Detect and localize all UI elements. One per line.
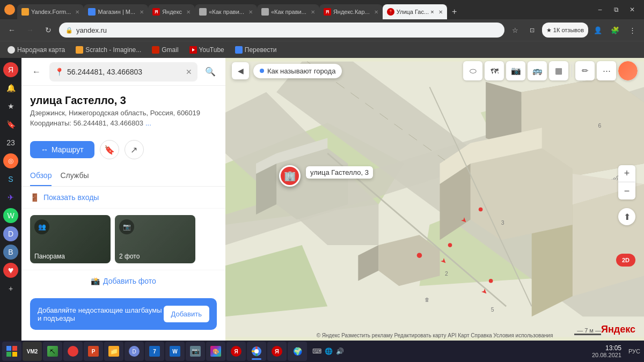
route-button[interactable]: ↔ Маршрут	[30, 141, 94, 158]
map-tool-ruler[interactable]: ✏	[575, 61, 595, 80]
sys-icon-network[interactable]: 🌐	[325, 348, 333, 355]
taskbar-time-display[interactable]: 13:05 20.08.2021	[592, 344, 626, 358]
sys-icon-keyboard[interactable]: ⌨	[312, 348, 321, 355]
tab-close[interactable]: ✕	[140, 9, 144, 15]
tab-kak-pravi-2[interactable]: «Как прави... ✕	[257, 4, 319, 19]
map-tool-transit[interactable]: 🚌	[528, 61, 547, 80]
tab-yandex[interactable]: Я Яндекс ✕	[148, 4, 195, 19]
add-barrier-button[interactable]: Добавить	[164, 306, 209, 322]
taskbar-discord[interactable]: D	[125, 342, 144, 361]
map-area[interactable]: ул. Гастелло Уп. Гастелло Уп. Гастелло	[225, 58, 644, 341]
profile-icon[interactable]	[4, 4, 15, 15]
tab-kak-pravi-1[interactable]: «Как прави... ✕	[195, 4, 257, 19]
bookmark-scratch[interactable]: Scratch - Imagine...	[72, 45, 144, 55]
bookmark-narodnaya-karta[interactable]: Народная карта	[4, 45, 68, 55]
tab-close[interactable]: ✕	[186, 9, 191, 15]
ext-icon-star[interactable]: ★	[3, 99, 18, 114]
tab-close[interactable]: ✕	[311, 9, 315, 15]
ext-icon-orange[interactable]: ◎	[3, 153, 18, 168]
place-info: улица Гастелло, 3 Дзержинск, Нижегородск…	[21, 86, 225, 136]
search-clear-button[interactable]: ✕	[186, 68, 192, 76]
map-2d-button[interactable]: 2D	[616, 254, 635, 267]
tab-close[interactable]: ✕	[75, 9, 79, 15]
share-button[interactable]: ↗	[125, 140, 144, 159]
map-location-marker[interactable]: 🏢 улица Гастелло, 3	[279, 165, 301, 187]
tab-services[interactable]: Службы	[60, 166, 89, 186]
address-bar[interactable]: 🔒 yandex.ru	[59, 23, 504, 38]
collapse-sidebar-button[interactable]: ◀	[232, 62, 249, 79]
menu-button[interactable]: ⋮	[625, 23, 640, 38]
map-tool-grid[interactable]: ▦	[549, 61, 568, 80]
taskbar-files[interactable]: 📁	[104, 342, 123, 361]
taskbar-paint[interactable]: 🎨	[206, 342, 225, 361]
bookmark-gmail[interactable]: Gmail	[149, 45, 181, 55]
ext-icon-heart[interactable]: ♥	[3, 263, 18, 278]
map-user-avatar[interactable]	[618, 61, 638, 80]
back-button[interactable]: ←	[4, 23, 19, 38]
taskbar-powerpoint[interactable]: P	[84, 342, 103, 361]
show-entrance-button[interactable]: 🚪 Показать входы	[21, 187, 225, 209]
ext-icon-vk[interactable]: В	[3, 245, 18, 260]
zoom-out-button[interactable]: −	[618, 182, 635, 200]
reviews-button[interactable]: ★ 1К отзывов	[542, 23, 588, 38]
ext-icon-whatsapp[interactable]: W	[3, 208, 18, 223]
bookmark-translate[interactable]: Перевести	[232, 45, 280, 55]
map-tool-camera[interactable]: 📷	[506, 61, 525, 80]
ext-icon-badge[interactable]: 🔖	[3, 117, 18, 132]
panorama-photo[interactable]: 👥 Панорама	[30, 215, 111, 263]
sys-icon-volume[interactable]: 🔊	[336, 348, 344, 355]
search-input-wrap[interactable]: 📍 56.244481, 43.466803 ✕	[49, 62, 197, 82]
taskbar-red-app[interactable]	[63, 342, 83, 361]
tab-ulitsa-gastello[interactable]: 📍 Улица Гас... × ✕	[383, 4, 447, 19]
photos-photo[interactable]: 📷 2 фото	[115, 215, 195, 263]
map-tool-layers[interactable]: 🗺	[485, 61, 504, 80]
add-photo-button[interactable]: 📸 Добавить фото	[21, 270, 225, 292]
taskbar-yandex-search[interactable]: Я	[226, 342, 246, 361]
tab-close[interactable]: ✕	[374, 9, 378, 15]
forward-button[interactable]: →	[23, 23, 38, 38]
map-more-button[interactable]: ⋯	[597, 61, 616, 80]
bookmark-star-button[interactable]: ☆	[508, 23, 523, 38]
cast-button[interactable]: ⊡	[525, 23, 540, 38]
taskbar-camera[interactable]: 📷	[186, 342, 205, 361]
restore-button[interactable]: ⧉	[609, 4, 624, 15]
tab-close[interactable]: ✕	[248, 9, 253, 15]
tab-overview[interactable]: Обзор	[30, 166, 52, 186]
taskbar-explorer[interactable]: 🌍	[288, 342, 307, 361]
ext-icon-discord[interactable]: D	[3, 226, 18, 241]
taskbar-chrome[interactable]	[247, 342, 266, 361]
minimize-button[interactable]: –	[592, 4, 608, 15]
coords-more-button[interactable]: ...	[145, 119, 151, 127]
taskbar-vm2[interactable]: VM2	[23, 342, 42, 361]
taskbar-minecraft[interactable]: ⛏	[43, 342, 62, 361]
back-to-map-button[interactable]: ←	[28, 63, 45, 80]
ext-icon-plus[interactable]: +	[3, 281, 18, 296]
ext-icon-yandex[interactable]: Я	[3, 62, 18, 77]
profile-button[interactable]: 👤	[590, 23, 605, 38]
reload-button[interactable]: ↻	[41, 23, 56, 38]
zoom-in-button[interactable]: +	[618, 165, 635, 182]
taskbar-start-button[interactable]	[2, 342, 21, 361]
bookmark-button[interactable]: 🔖	[100, 140, 119, 159]
extensions-button[interactable]: 🧩	[608, 23, 623, 38]
map-tool-circle[interactable]: ⬭	[463, 61, 482, 80]
ext-icon-telegram[interactable]: ✈	[3, 190, 18, 205]
tab-close-active[interactable]: ✕	[438, 9, 443, 15]
bookmark-youtube[interactable]: YouTube	[186, 45, 228, 55]
ext-icon-23[interactable]: 23	[3, 135, 18, 150]
tab-yandex-form[interactable]: Yandex.Form... ✕	[17, 4, 84, 19]
city-names-button[interactable]: Как называют города	[253, 64, 342, 78]
compass-button[interactable]: ⬆	[618, 208, 635, 225]
search-button[interactable]: 🔍	[202, 63, 219, 80]
taskbar-yandex-browser[interactable]: Я	[267, 342, 287, 361]
tab-yandex-kart[interactable]: Я Яндекс.Кар... ✕	[319, 4, 383, 19]
language-indicator[interactable]: РУС	[627, 342, 642, 361]
taskbar-word[interactable]: W	[165, 342, 185, 361]
close-button[interactable]: ✕	[625, 4, 640, 15]
main-content: Я 🔔 ★ 🔖 23 ◎ S ✈ W D В ♥ + ← 📍 56.244481…	[0, 58, 644, 341]
taskbar-archive[interactable]: 7	[145, 342, 164, 361]
tab-magazine[interactable]: Магазин | М... ✕	[84, 4, 148, 19]
ext-icon-bell[interactable]: 🔔	[3, 80, 18, 95]
new-tab-button[interactable]: +	[447, 4, 462, 19]
ext-icon-s[interactable]: S	[3, 172, 18, 187]
